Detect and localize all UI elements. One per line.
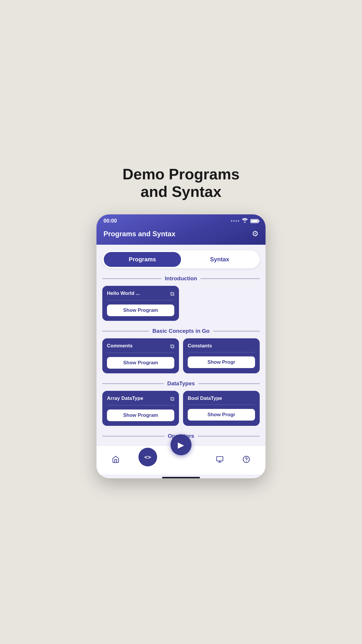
tab-programs[interactable]: Programs [104,252,181,267]
constants-title: Constants [188,343,212,349]
signal-dot-2 [233,220,235,222]
section-line-left-2 [102,331,149,332]
bool-datatype-card: Bool DataType Show Progr [183,391,260,426]
hello-world-title: Hello World ... [107,290,140,296]
bool-title: Bool DataType [188,396,222,401]
array-copy-icon[interactable]: ⧉ [170,396,174,402]
bottom-nav: ▶ <> [96,446,266,475]
signal-dot-3 [236,220,237,222]
array-show-btn[interactable]: Show Program [107,410,174,421]
datatypes-cards-row: Array DataType ⧉ Show Program Bool DataT… [96,391,266,426]
constants-card: Constants Show Progr [183,338,260,373]
outer-wrapper: Demo Programs and Syntax 00:00 [91,166,271,479]
play-bubble-btn[interactable]: ▶ [171,434,191,455]
phone-frame: 00:00 [96,214,266,478]
comments-card-header: Comments ⧉ [107,343,174,353]
constants-show-btn[interactable]: Show Progr [188,356,255,368]
hello-world-copy-icon[interactable]: ⧉ [170,290,174,297]
comments-copy-icon[interactable]: ⧉ [170,343,174,350]
settings-icon[interactable]: ⚙ [252,229,259,238]
bool-card-header: Bool DataType [188,396,255,405]
signal-dot-1 [231,220,232,222]
array-card-header: Array DataType ⧉ [107,396,174,405]
comments-card: Comments ⧉ Show Program [102,338,179,373]
section-basic-concepts-header: Basic Concepts in Go [102,328,260,334]
section-line-right [201,279,260,279]
status-icons [231,218,259,224]
section-line-right-4 [198,436,260,437]
nav-help-btn[interactable] [242,456,250,463]
page-title: Demo Programs and Syntax [122,166,240,201]
tab-switcher: Programs Syntax [102,251,260,268]
home-indicator [162,477,200,478]
array-title: Array DataType [107,396,143,401]
section-datatypes-label: DataTypes [167,380,195,387]
comments-title: Comments [107,343,133,349]
nav-title: Programs and Syntax [103,230,175,238]
bool-show-btn[interactable]: Show Progr [188,409,255,421]
battery-fill [251,220,258,222]
wifi-icon [242,218,248,224]
nav-chat-btn[interactable] [216,456,224,463]
battery-icon [250,219,259,223]
section-line-right-3 [198,384,260,384]
play-bubble: ▶ [171,434,191,455]
section-introduction-header: Introduction [102,275,260,282]
section-line-left-4 [102,436,164,437]
constants-card-header: Constants [188,343,255,352]
nav-bar: Programs and Syntax ⚙ [96,226,266,245]
section-line-left-3 [102,384,164,384]
status-bar: 00:00 [96,214,266,226]
section-line-left [102,279,161,279]
introduction-cards-row: Hello World ... ⧉ Show Program [96,286,266,321]
array-datatype-card: Array DataType ⧉ Show Program [102,391,179,426]
status-time: 00:00 [103,218,117,224]
section-introduction-label: Introduction [165,275,197,282]
hello-world-card-header: Hello World ... ⧉ [107,290,174,300]
section-line-right-2 [213,331,260,332]
section-datatypes-header: DataTypes [102,380,260,387]
nav-code-btn[interactable]: <> [138,448,157,466]
signal-dot-4 [238,220,239,222]
hello-world-card: Hello World ... ⧉ Show Program [102,286,179,321]
phone-header: 00:00 [96,214,266,245]
phone-content: Programs Syntax Introduction Hello World… [96,245,266,442]
hello-world-show-btn[interactable]: Show Program [107,304,174,316]
comments-show-btn[interactable]: Show Program [107,357,174,369]
section-basic-concepts-label: Basic Concepts in Go [152,328,210,334]
code-icon: <> [144,454,151,461]
signal-dots-icon [231,220,239,222]
svg-rect-0 [217,457,223,461]
nav-home-btn[interactable] [112,456,120,463]
basic-concepts-cards-row: Comments ⧉ Show Program Constants Show P… [96,338,266,373]
tab-syntax[interactable]: Syntax [181,252,258,267]
